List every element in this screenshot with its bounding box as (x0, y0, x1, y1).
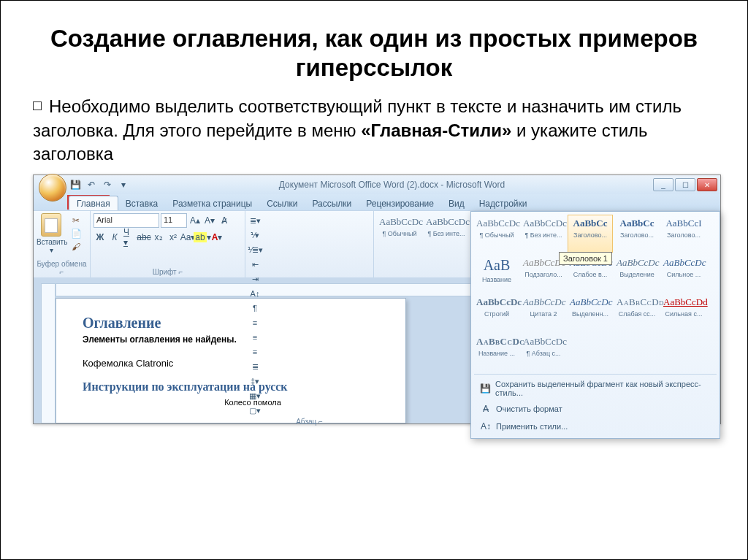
ribbon-tab-7[interactable]: Надстройки (472, 196, 535, 210)
highlight-button[interactable]: ab▾ (196, 230, 209, 245)
numbering-button[interactable]: ⅟▾ (248, 228, 262, 242)
group-paragraph: ≣▾ ⅟▾ ⅟≣▾ ⇤ ⇥ A↕ ¶ ≡ ≡ ≡ ≣ ‡▾ ▦▾ (245, 211, 374, 277)
group-label-clipboard: Буфер обмена ⌐ (37, 260, 87, 277)
style-quick-0[interactable]: AaBbCcDc¶ Обычный (377, 213, 422, 251)
slide-body: Необходимо выделить соответствующий пунк… (33, 95, 715, 166)
copy-icon[interactable]: 📄 (69, 228, 83, 239)
underline-button[interactable]: Ч ▾ (123, 230, 136, 245)
ribbon-tab-6[interactable]: Вид (441, 196, 472, 210)
style-gallery-0-1[interactable]: AaBbCcDc¶ Без инте... (521, 215, 566, 253)
footer-icon-1: A̶ (480, 403, 492, 415)
ribbon-tab-5[interactable]: Рецензирование (359, 196, 441, 210)
bold-button[interactable]: Ж (94, 230, 107, 245)
group-label-paragraph: Абзац ⌐ (248, 418, 370, 426)
styles-gallery-popup: AaBbCcDc¶ ОбычныйAaBbCcDc¶ Без инте...Aa… (470, 211, 720, 439)
word-window: 💾 ↶ ↷ ▾ Документ Microsoft Office Word (… (33, 174, 721, 424)
sort-button[interactable]: A↕ (248, 286, 262, 301)
borders-button[interactable]: ▢▾ (248, 403, 262, 418)
align-center-button[interactable]: ≡ (248, 330, 262, 345)
slide-title: Создание оглавления, как один из простых… (33, 24, 715, 82)
style-gallery-0-2[interactable]: AaBbCcЗаголово... (568, 215, 613, 253)
styles-footer-2[interactable]: A↕Применить стили... (474, 418, 717, 435)
footer-icon-2: A↕ (480, 421, 492, 432)
indent-inc-button[interactable]: ⇥ (248, 272, 262, 286)
group-clipboard: Вставить ▾ ✂ 📄 🖌 Буфер обмена ⌐ (34, 211, 91, 277)
italic-button[interactable]: К (108, 230, 121, 245)
line-spacing-button[interactable]: ‡▾ (248, 374, 262, 388)
shading-button[interactable]: ▦▾ (248, 388, 262, 403)
superscript-button[interactable]: x² (167, 230, 180, 245)
minimize-button[interactable]: _ (653, 178, 673, 191)
qa-redo-icon[interactable]: ↷ (100, 177, 115, 192)
bullets-button[interactable]: ≣▾ (248, 213, 262, 228)
styles-footer-0[interactable]: 💾Сохранить выделенный фрагмент как новый… (474, 377, 717, 400)
paste-icon (41, 213, 61, 237)
multilevel-button[interactable]: ⅟≣▾ (248, 242, 262, 257)
ribbon-tab-0[interactable]: Главная (69, 196, 118, 210)
format-painter-icon[interactable]: 🖌 (69, 241, 83, 253)
qa-undo-icon[interactable]: ↶ (84, 177, 99, 192)
style-quick-1[interactable]: AaBbCcDc¶ Без инте... (424, 213, 469, 251)
title-bar: 💾 ↶ ↷ ▾ Документ Microsoft Office Word (… (34, 175, 720, 194)
indent-dec-button[interactable]: ⇤ (248, 257, 262, 272)
shrink-font-icon[interactable]: A▾ (203, 213, 216, 228)
font-size-select[interactable]: 11 (161, 213, 187, 228)
style-gallery-2-3[interactable]: AaBbCcDdСлабая сс... (614, 294, 660, 331)
style-gallery-2-0[interactable]: AaBbCcDcСтрогий (474, 294, 519, 331)
vertical-ruler (41, 283, 56, 423)
style-gallery-1-0[interactable]: AaBНазвание (474, 254, 519, 292)
tooltip-style: Заголовок 1 (559, 252, 612, 265)
close-button[interactable]: ✕ (697, 178, 717, 191)
ribbon-tab-4[interactable]: Рассылки (305, 196, 359, 210)
strike-button[interactable]: abc (137, 230, 150, 245)
align-right-button[interactable]: ≡ (248, 345, 262, 359)
footer-icon-0: 💾 (480, 383, 491, 394)
change-case-button[interactable]: Aa▾ (181, 230, 194, 245)
cut-icon[interactable]: ✂ (69, 215, 83, 226)
window-title: Документ Microsoft Office Word (2).docx … (131, 180, 653, 190)
group-font: Arial 11 A▴ A▾ A̷ Ж К Ч ▾ abc x₂ x² Aa▾ (91, 211, 245, 277)
style-gallery-0-3[interactable]: AaBbCcЗаголово... (614, 215, 660, 253)
grow-font-icon[interactable]: A▴ (188, 213, 202, 228)
ribbon: Вставить ▾ ✂ 📄 🖌 Буфер обмена ⌐ Arial 11 (34, 210, 720, 277)
office-button[interactable] (39, 174, 66, 202)
style-gallery-0-0[interactable]: AaBbCcDc¶ Обычный (474, 215, 519, 253)
font-name-select[interactable]: Arial (94, 213, 159, 228)
styles-footer-1[interactable]: A̶Очистить формат (474, 400, 717, 418)
ribbon-tab-3[interactable]: Ссылки (259, 196, 305, 210)
style-gallery-3-1[interactable]: AaBbCcDc¶ Абзац с... (521, 333, 566, 371)
paste-button[interactable]: Вставить ▾ (37, 213, 66, 254)
group-label-font: Шрифт ⌐ (94, 268, 242, 277)
qa-customize-icon[interactable]: ▾ (116, 177, 131, 192)
clear-format-icon[interactable]: A̷ (218, 213, 231, 228)
subscript-button[interactable]: x₂ (152, 230, 165, 245)
qa-save-icon[interactable]: 💾 (68, 177, 83, 192)
style-gallery-1-3[interactable]: AaBbCcDcВыделение (614, 254, 660, 292)
maximize-button[interactable]: ☐ (675, 178, 695, 191)
ribbon-tab-2[interactable]: Разметка страницы (165, 196, 259, 210)
font-color-button[interactable]: A▾ (210, 230, 224, 245)
style-gallery-2-4[interactable]: AaBbCcDdСильная с... (661, 294, 706, 331)
ribbon-tabs: ГлавнаяВставкаРазметка страницыСсылкиРас… (34, 194, 720, 210)
style-gallery-0-4[interactable]: AaBbCcIЗаголово... (661, 215, 706, 253)
style-gallery-1-4[interactable]: AaBbCcDcСильное ... (661, 254, 706, 292)
show-marks-button[interactable]: ¶ (248, 301, 262, 315)
ribbon-tab-1[interactable]: Вставка (118, 196, 166, 210)
style-gallery-2-1[interactable]: AaBbCcDcЦитата 2 (521, 294, 566, 331)
justify-button[interactable]: ≣ (248, 359, 262, 374)
style-gallery-2-2[interactable]: AaBbCcDcВыделенн... (568, 294, 613, 331)
bullet-icon (33, 101, 42, 110)
style-gallery-3-0[interactable]: AaBbCcDcНазвание ... (474, 333, 519, 371)
align-left-button[interactable]: ≡ (248, 315, 262, 330)
